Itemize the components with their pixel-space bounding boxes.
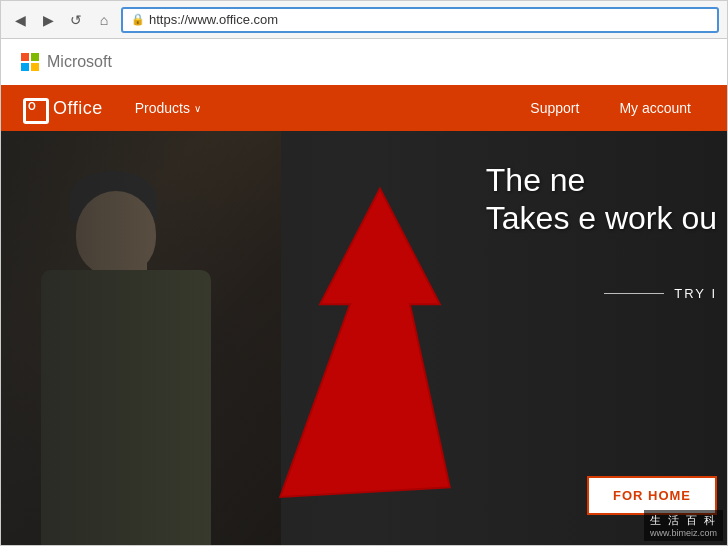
myaccount-label: My account [619,100,691,116]
support-label: Support [530,100,579,116]
office-logo-area: Office [17,96,115,120]
lock-icon: 🔒 [131,13,145,26]
office-navbar: Office Products ∨ Support My account [1,85,727,131]
nav-items: Products ∨ Support My account [115,85,711,131]
nav-item-products[interactable]: Products ∨ [115,85,221,131]
microsoft-logo: Microsoft [21,53,112,71]
address-bar-container: 🔒 [121,7,719,33]
reload-button[interactable]: ↺ [65,9,87,31]
website: Microsoft Office Products ∨ Support [1,39,727,545]
products-chevron-icon: ∨ [194,103,201,114]
try-label-area: TRY I [604,286,717,301]
try-text: TRY I [674,286,717,301]
office-title: Office [53,98,103,119]
office-logo-icon [21,96,45,120]
home-button[interactable]: ⌂ [93,9,115,31]
hero-headline: The ne Takes e work ou [486,161,717,238]
hero-headline-line1: The ne [486,162,586,198]
browser-content: Microsoft Office Products ∨ Support [1,39,727,545]
watermark: 生 活 百 科 www.bimeiz.com [644,510,723,541]
microsoft-logo-text: Microsoft [47,53,112,71]
browser-frame: ◀ ▶ ↺ ⌂ 🔒 Microsoft [0,0,728,546]
try-line [604,293,664,294]
hero-text: The ne Takes e work ou [486,161,717,238]
microsoft-logo-grid [21,53,39,71]
back-button[interactable]: ◀ [9,9,31,31]
microsoft-header: Microsoft [1,39,727,85]
watermark-url-text: www.bimeiz.com [650,528,717,538]
forward-button[interactable]: ▶ [37,9,59,31]
browser-toolbar: ◀ ▶ ↺ ⌂ 🔒 [1,1,727,39]
address-bar[interactable] [149,12,709,27]
hero-section: The ne Takes e work ou TRY I FOR HOME [1,131,727,545]
nav-item-myaccount[interactable]: My account [599,85,711,131]
watermark-main-text: 生 活 百 科 [650,513,717,528]
products-label: Products [135,100,190,116]
hero-headline-line2: Takes e work ou [486,200,717,236]
nav-item-support[interactable]: Support [510,85,599,131]
